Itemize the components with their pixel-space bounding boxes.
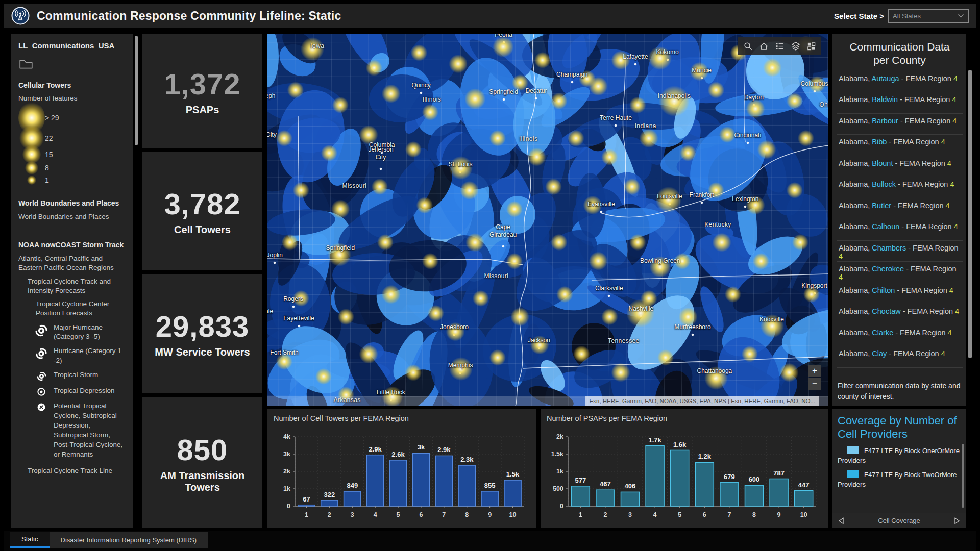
cell-tower-dot — [679, 308, 698, 327]
map-city-label: Columbus — [801, 80, 828, 87]
county-name: Chilton — [872, 286, 895, 294]
cell-tower-dot — [568, 130, 584, 146]
map-city-label: Fort Smith — [270, 348, 298, 356]
county-row[interactable]: Alabama, Cherokee - FEMA Region 4 — [837, 262, 963, 283]
fema-region-number: 4 — [941, 349, 945, 358]
county-panel-title: Communication Data per County — [837, 39, 963, 71]
stat-card-cell-towers: 3,782Cell Towers — [142, 152, 262, 270]
county-row[interactable]: Alabama, Choctaw - FEMA Region 4 — [837, 304, 963, 325]
county-state: Alabama, — [839, 329, 872, 337]
fema-region-number: 4 — [952, 117, 957, 125]
state-dropdown[interactable]: All States — [888, 9, 969, 23]
county-region-text: - FEMA Region — [891, 202, 945, 210]
fema-region-number: 4 — [950, 180, 954, 188]
svg-text:2.9k: 2.9k — [369, 445, 382, 453]
cell-tower-dot — [377, 234, 394, 251]
map-city-label: Quincy — [411, 82, 430, 89]
cell-tower-dot — [708, 182, 724, 198]
svg-text:6: 6 — [419, 511, 423, 518]
county-row[interactable]: Alabama, Baldwin - FEMA Region 4 — [837, 92, 963, 114]
county-row[interactable]: Alabama, Chambers - FEMA Region 4 — [837, 241, 963, 262]
county-row[interactable]: Alabama, Clarke - FEMA Region 4 — [837, 325, 963, 347]
cell-tower-dot — [680, 145, 696, 161]
legend-scrollbar[interactable] — [135, 36, 138, 145]
county-region-text: - FEMA Region — [895, 286, 949, 294]
pager-right-icon[interactable] — [948, 517, 966, 524]
county-state: Alabama, — [839, 138, 872, 146]
county-row[interactable]: Alabama, Blount - FEMA Region 4 — [837, 156, 963, 178]
cell-tower-dot — [611, 51, 630, 70]
county-state: Alabama, — [839, 265, 872, 273]
svg-text:6: 6 — [703, 511, 706, 518]
map-overlay: IowaPeoriaLafayetteKokomoMuncieChampaign… — [267, 34, 828, 406]
cell-tower-dot — [763, 58, 782, 77]
map-attribution: Esri, HERE, Garmin, FAO, NOAA, USGS, EPA… — [585, 396, 819, 406]
map-city-label: Kingsport — [801, 282, 827, 290]
chart-cell-towers-plot: 01k2k3k4k671322284932.9k42.6k53k62.9k72.… — [273, 424, 531, 520]
county-row[interactable]: Alabama, Clay - FEMA Region 4 — [837, 346, 963, 368]
map-city-label: Memphis — [448, 362, 473, 369]
chart-cell-towers-panel: Number of Cell Towers per FEMA Region 01… — [267, 409, 536, 528]
svg-text:1.2k: 1.2k — [698, 453, 712, 460]
tab-disaster-information-reporting-system-dirs[interactable]: Disaster Information Reporting System (D… — [50, 532, 208, 548]
county-name: Bullock — [872, 180, 896, 188]
storm-symbol-legend: Major Hurricane (Category 3 -5) Hurrican… — [18, 323, 127, 460]
svg-text:467: 467 — [600, 480, 611, 488]
search-icon[interactable] — [740, 38, 756, 54]
map-attribution-bar: Esri, HERE, Garmin, FAO, NOAA, USGS, EPA… — [267, 396, 828, 406]
svg-text:3: 3 — [351, 511, 354, 518]
cell-tower-dot — [798, 130, 814, 146]
tab-static[interactable]: Static — [10, 532, 50, 548]
coverage-scrollbar[interactable] — [962, 444, 964, 508]
coverage-pager: Cell Coverage — [832, 513, 966, 528]
cell-tower-dot — [511, 74, 528, 91]
county-row[interactable]: Alabama, Chilton - FEMA Region 4 — [837, 283, 963, 305]
stat-label: AM Transmission Towers — [142, 470, 262, 493]
county-scrollbar[interactable] — [968, 70, 972, 358]
map-city-label: Kansas City — [267, 131, 277, 139]
county-row[interactable]: Alabama, Butler - FEMA Region 4 — [837, 198, 963, 220]
cell-tower-dot — [331, 199, 350, 218]
folder-icon — [18, 57, 127, 72]
county-row[interactable]: Alabama, Barbour - FEMA Region 4 — [837, 114, 963, 135]
legend-list-icon[interactable] — [772, 38, 788, 54]
cell-tower-dot — [449, 156, 473, 180]
county-state: Alabama, — [839, 202, 872, 210]
dashboard-app: Communication Response Community Lifelin… — [0, 0, 980, 551]
map-city-label: Cape Girardeau — [489, 223, 517, 239]
layers-icon[interactable] — [788, 38, 803, 54]
map-state-label: Kentucky — [704, 220, 731, 228]
county-region-text: - FEMA Region — [904, 265, 956, 273]
zoom-in-button[interactable]: + — [808, 365, 821, 377]
svg-text:7: 7 — [442, 511, 446, 518]
cell-tower-dot — [510, 308, 529, 327]
map-city-label: Nashville — [629, 305, 654, 312]
county-region-text: - FEMA Region — [899, 74, 953, 83]
basemap-grid-icon[interactable] — [803, 38, 819, 54]
county-row[interactable]: Alabama, Calhoun - FEMA Region 4 — [837, 219, 963, 241]
svg-text:4: 4 — [374, 511, 377, 518]
map-panel[interactable]: IowaPeoriaLafayetteKokomoMuncieChampaign… — [267, 34, 828, 406]
chart-psaps-panel: Number of PSAPs per FEMA Region 05001k1.… — [541, 409, 828, 528]
pager-left-icon[interactable] — [832, 517, 850, 524]
svg-text:500: 500 — [553, 485, 564, 492]
cell-tower-dot — [719, 127, 736, 143]
fema-region-number: 4 — [839, 252, 843, 260]
county-row[interactable]: Alabama, Bullock - FEMA Region 4 — [837, 177, 963, 198]
hurricane-icon — [34, 346, 49, 360]
select-state-label: Select State > — [834, 12, 884, 20]
county-row[interactable]: Alabama, Autauga - FEMA Region 4 — [837, 71, 963, 93]
cell-tower-dot — [657, 349, 674, 366]
county-state: Alabama, — [839, 244, 872, 252]
storm-legend-item: Hurricane (Category 1 -2) — [34, 346, 127, 366]
home-icon[interactable] — [756, 38, 772, 54]
cell-tower-dot — [551, 93, 567, 109]
cell-tower-dot — [489, 349, 505, 366]
county-row[interactable]: Alabama, Bibb - FEMA Region 4 — [837, 135, 963, 156]
map-city-label: Clarksville — [595, 285, 623, 292]
coverage-legend-item: F477 LTE By Block TwoOrMore Providers — [838, 470, 961, 490]
cell-tower-dot — [527, 147, 546, 166]
svg-text:3k: 3k — [283, 450, 290, 458]
zoom-out-button[interactable]: − — [808, 378, 821, 390]
county-name: Calhoun — [872, 222, 899, 231]
